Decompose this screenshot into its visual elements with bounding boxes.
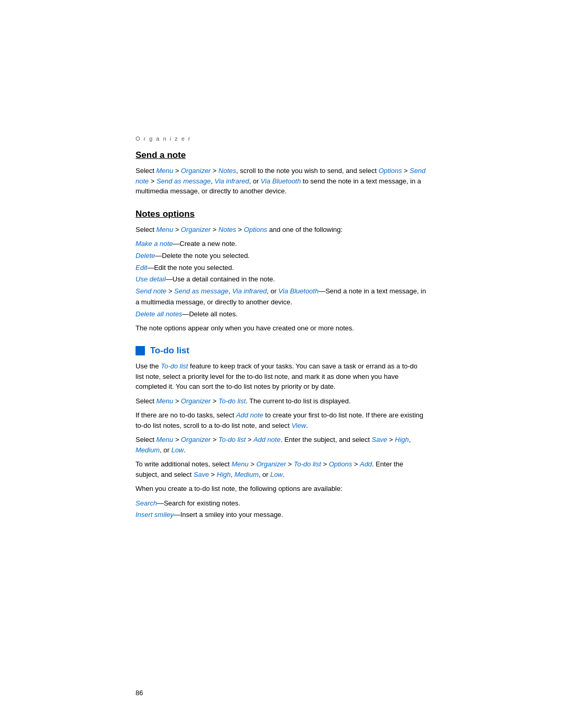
delete-all-notes-term: Delete all notes — [136, 310, 182, 318]
option-use-detail: Use detail—Use a detail contained in the… — [136, 274, 427, 285]
menu-link-2: Menu — [156, 226, 174, 233]
option-send-note: Send note > Send as message, Via infrare… — [136, 286, 427, 308]
organizer-link-5: Organizer — [256, 460, 286, 468]
via-bluetooth-link-2: Via Bluetooth — [278, 287, 319, 295]
via-bluetooth-link-1: Via Bluetooth — [261, 177, 301, 185]
send-note-term: Send note — [136, 287, 166, 295]
section-label: O r g a n i z e r — [136, 135, 427, 142]
todo-list-title-container: To-do list — [136, 346, 427, 356]
options-link-2: Options — [244, 226, 267, 233]
organizer-link-4: Organizer — [181, 436, 211, 443]
add-note-link-2: Add note — [253, 436, 280, 443]
send-a-note-section: Send a note Select Menu > Organizer > No… — [136, 150, 427, 196]
menu-link-5: Menu — [231, 460, 249, 468]
page: O r g a n i z e r Send a note Select Men… — [0, 0, 563, 728]
notes-link-2: Notes — [218, 226, 236, 233]
send-a-note-title: Send a note — [136, 150, 427, 161]
todo-para5: To write additional notes, select Menu >… — [136, 459, 427, 479]
organizer-link-2: Organizer — [181, 226, 211, 233]
todo-list-link-4: To-do list — [294, 460, 321, 468]
option-make-a-note: Make a note—Create a new note. — [136, 239, 427, 250]
blue-square-icon — [136, 346, 145, 355]
save-link-2: Save — [193, 471, 209, 478]
option-delete-all-notes: Delete all notes—Delete all notes. — [136, 309, 427, 320]
todo-list-link-3: To-do list — [218, 436, 246, 443]
make-a-note-term: Make a note — [136, 240, 173, 248]
todo-para2: Select Menu > Organizer > To-do list. Th… — [136, 396, 427, 406]
notes-options-intro: Select Menu > Organizer > Notes > Option… — [136, 225, 427, 235]
todo-list-link-1: To-do list — [161, 362, 188, 370]
medium-link-2: Medium — [235, 471, 259, 478]
todo-para3: If there are no to-do tasks, select Add … — [136, 410, 427, 430]
via-infrared-link-1: Via infrared — [214, 177, 249, 185]
menu-link-3: Menu — [156, 397, 174, 405]
notes-options-footer: The note options appear only when you ha… — [136, 323, 427, 334]
view-link-1: View — [291, 422, 306, 429]
notes-options-title: Notes options — [136, 209, 427, 219]
todo-list-section: To-do list Use the To-do list feature to… — [136, 346, 427, 521]
add-note-link-1: Add note — [236, 411, 263, 419]
todo-list-title: To-do list — [150, 346, 189, 356]
option-edit: Edit—Edit the note you selected. — [136, 263, 427, 274]
organizer-link-3: Organizer — [181, 397, 211, 405]
notes-link-1: Notes — [218, 167, 236, 175]
option-search: Search—Search for existing notes. — [136, 498, 427, 509]
insert-smiley-term: Insert smiley — [136, 511, 174, 519]
option-insert-smiley: Insert smiley—Insert a smiley into your … — [136, 510, 427, 521]
options-link-1: Options — [378, 167, 402, 175]
todo-list-link-2: To-do list — [218, 397, 246, 405]
high-link-2: High — [217, 471, 231, 478]
send-as-message-link-1: Send as message — [156, 177, 211, 185]
organizer-link-1: Organizer — [181, 167, 211, 175]
page-number: 86 — [136, 689, 143, 697]
todo-intro: Use the To-do list feature to keep track… — [136, 361, 427, 392]
low-link-1: Low — [172, 446, 184, 454]
send-as-message-link-2: Send as message — [174, 287, 228, 295]
todo-para6: When you create a to-do list note, the f… — [136, 484, 427, 494]
save-link-1: Save — [372, 436, 387, 443]
add-link-1: Add — [360, 460, 372, 468]
use-detail-term: Use detail — [136, 275, 166, 283]
menu-link-4: Menu — [156, 436, 174, 443]
options-link-3: Options — [329, 460, 352, 468]
notes-options-section: Notes options Select Menu > Organizer > … — [136, 209, 427, 334]
edit-term: Edit — [136, 264, 147, 272]
search-term: Search — [136, 499, 157, 507]
send-a-note-para: Select Menu > Organizer > Notes, scroll … — [136, 166, 427, 196]
delete-term: Delete — [136, 252, 155, 260]
menu-link-1: Menu — [156, 167, 174, 175]
high-link-1: High — [395, 436, 409, 443]
via-infrared-link-2: Via infrared — [232, 287, 266, 295]
todo-para4: Select Menu > Organizer > To-do list > A… — [136, 435, 427, 455]
medium-link-1: Medium — [136, 446, 160, 454]
low-link-2: Low — [270, 471, 283, 478]
option-delete: Delete—Delete the note you selected. — [136, 251, 427, 262]
